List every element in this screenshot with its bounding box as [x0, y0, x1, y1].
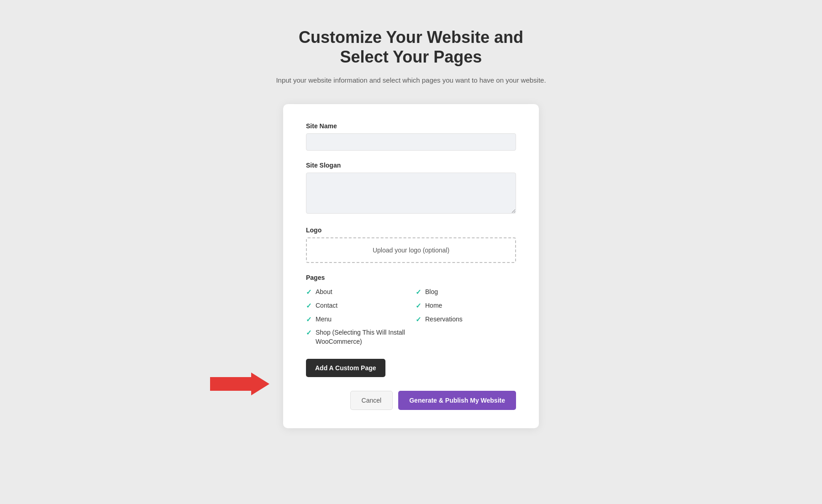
- pages-section: Pages ✓ About ✓ Blog ✓ Contact: [306, 274, 516, 346]
- page-item-blog: ✓ Blog: [416, 288, 516, 297]
- check-icon-menu: ✓: [306, 315, 312, 324]
- site-slogan-group: Site Slogan: [306, 162, 516, 215]
- page-label-reservations: Reservations: [425, 315, 463, 324]
- page-item-menu: ✓ Menu: [306, 315, 406, 324]
- site-name-input[interactable]: [306, 133, 516, 151]
- page-item-about: ✓ About: [306, 288, 406, 297]
- page-label-contact: Contact: [316, 301, 337, 310]
- logo-upload-text: Upload your logo (optional): [373, 247, 449, 254]
- check-icon-blog: ✓: [416, 288, 422, 296]
- logo-group: Logo Upload your logo (optional): [306, 226, 516, 263]
- page-label-blog: Blog: [425, 288, 438, 297]
- check-icon-reservations: ✓: [416, 315, 422, 324]
- cancel-button[interactable]: Cancel: [350, 391, 393, 410]
- page-subtitle: Input your website information and selec…: [274, 75, 548, 86]
- site-name-group: Site Name: [306, 122, 516, 151]
- site-slogan-label: Site Slogan: [306, 162, 516, 169]
- check-icon-contact: ✓: [306, 302, 312, 310]
- check-icon-about: ✓: [306, 288, 312, 296]
- pages-label: Pages: [306, 274, 516, 281]
- add-custom-page-button[interactable]: Add A Custom Page: [306, 359, 385, 377]
- site-slogan-input[interactable]: [306, 173, 516, 214]
- page-item-home: ✓ Home: [416, 301, 516, 310]
- site-name-label: Site Name: [306, 122, 516, 130]
- form-card: Site Name Site Slogan Logo Upload your l…: [283, 104, 539, 428]
- check-icon-shop: ✓: [306, 329, 312, 337]
- logo-upload-area[interactable]: Upload your logo (optional): [306, 237, 516, 263]
- arrow-indicator: [210, 373, 269, 395]
- page-item-contact: ✓ Contact: [306, 301, 406, 310]
- page-item-reservations: ✓ Reservations: [416, 315, 516, 324]
- svg-marker-0: [210, 373, 269, 395]
- page-label-shop: Shop (Selecting This Will Install WooCom…: [316, 328, 406, 346]
- pages-grid: ✓ About ✓ Blog ✓ Contact ✓ Home: [306, 288, 516, 346]
- page-item-shop: ✓ Shop (Selecting This Will Install WooC…: [306, 328, 406, 346]
- check-icon-home: ✓: [416, 302, 422, 310]
- publish-button[interactable]: Generate & Publish My Website: [398, 391, 516, 410]
- logo-label: Logo: [306, 226, 516, 234]
- footer-buttons: Cancel Generate & Publish My Website: [306, 391, 516, 410]
- page-label-menu: Menu: [316, 315, 332, 324]
- page-label-about: About: [316, 288, 332, 297]
- page-label-home: Home: [425, 301, 442, 310]
- page-title: Customize Your Website and Select Your P…: [274, 27, 548, 67]
